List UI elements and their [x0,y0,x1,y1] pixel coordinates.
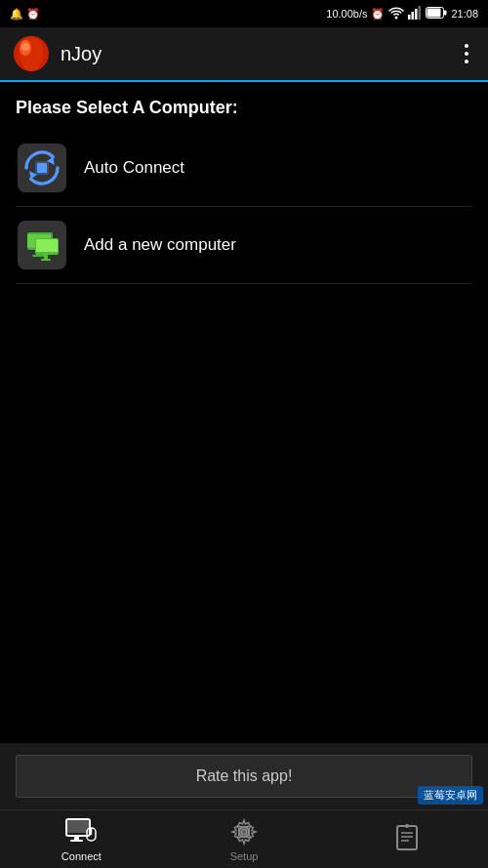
auto-connect-item[interactable]: Auto Connect [16,130,472,207]
main-content: Please Select A Computer: [0,82,488,300]
setup-nav-label: Setup [230,850,259,862]
svg-rect-29 [70,840,83,842]
svg-rect-28 [74,836,79,840]
nav-item-setup[interactable]: Setup [163,810,326,868]
svg-rect-3 [415,9,418,20]
signal-icon [408,6,422,21]
status-right: 10.00b/s ⏰ 21:08 [326,6,478,21]
svg-rect-21 [32,255,45,257]
connect-nav-icon [65,816,97,847]
time-display: 21:08 [451,8,478,20]
svg-point-11 [21,43,29,51]
app-bar: nJoy [0,27,488,82]
svg-rect-4 [419,6,422,20]
alarm-icon: ⏰ [371,8,385,21]
svg-rect-25 [41,259,51,261]
watermark: 蓝莓安卓网 [418,786,483,805]
setup-nav-icon [228,816,260,847]
svg-rect-24 [44,255,48,259]
svg-point-0 [395,17,398,20]
nav-item-more[interactable] [325,810,488,868]
bottom-nav: Connect Setup [0,809,488,868]
rate-button-container: Rate this app! [0,743,488,809]
status-left: 🔔 ⏰ [10,8,40,21]
svg-rect-23 [36,239,58,252]
add-computer-label: Add a new computer [84,235,236,255]
svg-rect-7 [444,11,447,16]
svg-rect-6 [427,9,441,18]
add-computer-icon [16,219,68,271]
svg-rect-16 [37,163,47,173]
battery-icon [426,7,447,21]
app-logo [12,34,51,73]
app-title: nJoy [61,43,457,65]
svg-rect-1 [408,15,411,20]
status-bar: 🔔 ⏰ 10.00b/s ⏰ [0,0,488,27]
more-nav-icon [391,822,423,853]
overflow-dot-1 [465,44,468,48]
auto-connect-icon [16,142,68,194]
network-speed: 10.00b/s [326,8,367,20]
overflow-dot-3 [465,60,468,63]
nav-item-connect[interactable]: Connect [0,810,163,868]
wifi-icon [388,6,404,21]
connect-nav-label: Connect [61,850,102,862]
rate-app-button[interactable]: Rate this app! [16,755,472,798]
section-title: Please Select A Computer: [16,98,472,118]
svg-rect-27 [67,820,89,833]
svg-rect-35 [397,826,417,849]
notification-icons: 🔔 ⏰ [10,8,40,21]
overflow-menu-button[interactable] [457,36,476,71]
auto-connect-label: Auto Connect [84,158,184,178]
svg-rect-2 [412,12,415,20]
add-computer-item[interactable]: Add a new computer [16,207,472,284]
overflow-dot-2 [465,52,468,56]
